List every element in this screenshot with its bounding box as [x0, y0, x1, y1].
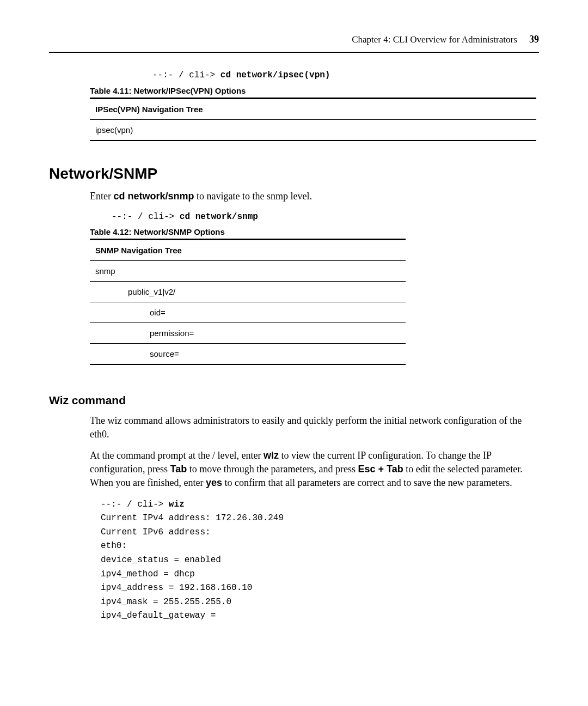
table-row: snmp [90, 261, 406, 282]
cli-prompt: --:- / cli-> [112, 212, 180, 222]
code-line: device_status = enabled [101, 555, 221, 565]
cli-command: cd network/snmp [180, 212, 258, 222]
cli-command: wiz [169, 500, 185, 509]
snmp-table: SNMP Navigation Tree snmp public_v1|v2/ … [90, 239, 406, 365]
code-line: ipv4_default_gateway = [101, 611, 216, 620]
cli-command: cd network/ipsec(vpn) [220, 70, 330, 80]
code-line: ipv4_mask = 255.255.255.0 [101, 597, 231, 607]
table-row: oid= [90, 302, 406, 323]
wiz-paragraph-1: The wiz command allows administrators to… [90, 414, 539, 441]
snmp-cmd-line: --:- / cli-> cd network/snmp [112, 211, 539, 223]
page-number: 39 [529, 34, 539, 45]
wiz-code-block: --:- / cli-> wiz Current IPv4 address: 1… [101, 498, 539, 623]
snmp-intro: Enter cd network/snmp to navigate to the… [90, 190, 539, 203]
wiz-body: The wiz command allows administrators to… [90, 414, 539, 490]
code-line: ipv4_address = 192.168.160.10 [101, 583, 252, 593]
code-line: Current IPv4 address: 172.26.30.249 [101, 513, 284, 523]
ipsec-block: --:- / cli-> cd network/ipsec(vpn) Table… [90, 69, 539, 141]
inline-command: wiz [264, 450, 279, 461]
ipsec-table-caption: Table 4.11: Network/IPSec(VPN) Options [90, 85, 539, 96]
table-row: source= [90, 344, 406, 365]
section-heading-snmp: Network/SNMP [49, 163, 539, 184]
ipsec-table-header: IPSec(VPN) Navigation Tree [90, 98, 536, 119]
inline-command: cd network/snmp [113, 191, 194, 202]
cli-prompt: --:- / cli-> [101, 500, 169, 509]
subsection-heading-wiz: Wiz command [49, 392, 539, 408]
ipsec-cmd-line: --:- / cli-> cd network/ipsec(vpn) [152, 69, 539, 81]
snmp-table-caption: Table 4.12: Network/SNMP Options [90, 226, 539, 238]
code-line: ipv4_method = dhcp [101, 569, 195, 579]
ipsec-table: IPSec(VPN) Navigation Tree ipsec(vpn) [90, 98, 536, 141]
key-label: Tab [170, 464, 187, 474]
table-row: permission= [90, 323, 406, 344]
code-line: Current IPv6 address: [101, 527, 211, 537]
key-label: Esc + Tab [358, 464, 403, 474]
code-line: eth0: [101, 541, 127, 551]
cli-prompt: --:- / cli-> [152, 70, 220, 80]
snmp-body: Enter cd network/snmp to navigate to the… [90, 190, 539, 366]
table-row: ipsec(vpn) [90, 119, 536, 141]
wiz-paragraph-2: At the command prompt at the / level, en… [90, 449, 539, 490]
snmp-table-header: SNMP Navigation Tree [90, 240, 406, 261]
page-header: Chapter 4: CLI Overview for Administrato… [49, 33, 539, 53]
chapter-label: Chapter 4: CLI Overview for Administrato… [352, 34, 517, 45]
inline-command: yes [206, 477, 222, 488]
table-row: public_v1|v2/ [90, 282, 406, 302]
